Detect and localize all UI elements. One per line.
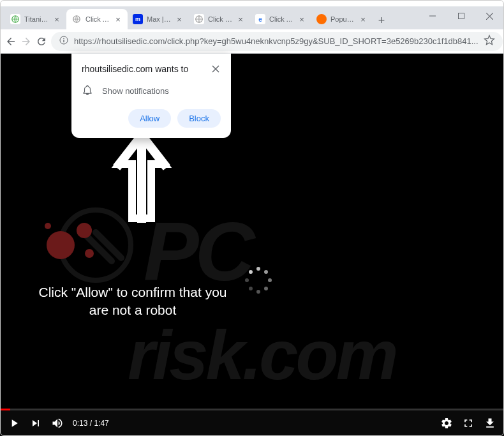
tab-max[interactable]: m Max | Th × [128, 9, 189, 29]
svg-point-26 [245, 278, 249, 282]
notification-title: rhoutsilisedic.com wants to [82, 64, 188, 74]
svg-point-27 [249, 270, 253, 274]
tab-title: Click All [269, 15, 293, 23]
tab-click-all-2[interactable]: e Click All × [250, 9, 311, 29]
svg-point-24 [256, 290, 260, 294]
globe-icon [71, 14, 82, 24]
forward-button[interactable] [20, 33, 32, 50]
volume-button[interactable] [51, 417, 64, 430]
site-settings-icon[interactable] [59, 35, 69, 47]
block-button[interactable]: Block [177, 109, 221, 128]
arrow-up-icon [110, 129, 174, 227]
reload-button[interactable] [36, 33, 47, 50]
tab-titanic[interactable]: Titanic ( × [5, 9, 66, 29]
download-button[interactable] [484, 417, 496, 430]
ie-icon: e [255, 14, 265, 24]
close-icon[interactable] [211, 64, 221, 74]
close-window-button[interactable] [475, 6, 504, 26]
tab-click-all-active[interactable]: Click All × [66, 9, 128, 29]
decoration-dots [38, 210, 115, 276]
max-icon: m [133, 14, 143, 24]
tab-strip: Titanic ( × Click All × m Max | Th × Cli… [0, 6, 504, 29]
svg-point-25 [249, 287, 253, 290]
svg-point-17 [45, 223, 51, 229]
tab-title: Click &c [208, 15, 232, 23]
maximize-button[interactable] [447, 6, 475, 26]
svg-point-14 [47, 231, 75, 259]
close-icon[interactable]: × [114, 15, 122, 24]
svg-text:risk.com: risk.com [128, 315, 396, 394]
close-icon[interactable]: × [52, 15, 61, 24]
allow-button[interactable]: Allow [128, 109, 171, 128]
toolbar: https://rhoutsilisedic.com/click.php?key… [0, 29, 504, 54]
close-icon[interactable]: × [236, 15, 245, 24]
notification-body: Show notifications [102, 86, 169, 96]
shield-icon [316, 14, 327, 24]
back-button[interactable] [5, 33, 17, 50]
play-button[interactable] [8, 417, 20, 430]
tab-title: Popup B [330, 15, 355, 23]
star-icon[interactable] [484, 34, 495, 48]
tab-title: Click All [85, 15, 110, 23]
close-icon[interactable]: × [175, 15, 184, 24]
bell-icon [82, 84, 93, 98]
minimize-button[interactable] [418, 6, 447, 26]
page-content: PC risk.com rhoutsilisedic.com wants to [0, 54, 504, 436]
notification-permission-popup: rhoutsilisedic.com wants to Show notific… [71, 54, 231, 138]
loading-spinner-icon [242, 264, 274, 296]
new-tab-button[interactable]: + [373, 11, 390, 29]
svg-point-21 [264, 270, 268, 274]
instruction-text: Click "Allow" to confirm that you are no… [37, 283, 228, 320]
video-time: 0:13 / 1:47 [73, 419, 109, 428]
close-icon[interactable]: × [359, 15, 367, 24]
svg-point-22 [268, 278, 272, 282]
url-text: https://rhoutsilisedic.com/click.php?key… [74, 36, 478, 46]
svg-point-20 [256, 267, 260, 271]
svg-rect-4 [458, 13, 464, 19]
tab-click-c[interactable]: Click &c × [189, 9, 250, 29]
tab-popup[interactable]: Popup B × [311, 9, 373, 29]
svg-point-16 [85, 249, 94, 258]
next-button[interactable] [29, 417, 42, 430]
tab-title: Max | Th [147, 15, 171, 23]
globe-icon [194, 14, 204, 24]
tab-title: Titanic ( [24, 15, 48, 23]
settings-button[interactable] [440, 417, 453, 430]
fullscreen-button[interactable] [462, 417, 475, 430]
svg-point-15 [77, 223, 92, 238]
svg-point-23 [264, 287, 268, 290]
close-icon[interactable]: × [297, 15, 306, 24]
address-bar[interactable]: https://rhoutsilisedic.com/click.php?key… [51, 32, 503, 51]
globe-icon [10, 14, 20, 24]
video-controls: 0:13 / 1:47 [0, 410, 504, 436]
